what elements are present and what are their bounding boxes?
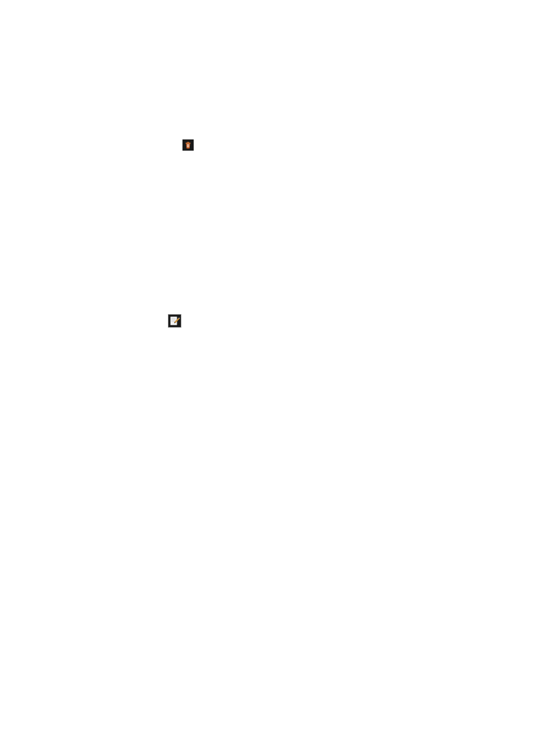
svg-rect-3 (188, 144, 189, 147)
svg-rect-4 (189, 144, 189, 147)
svg-rect-2 (187, 144, 188, 147)
trash-icon-svg (184, 141, 192, 149)
svg-rect-0 (186, 143, 191, 144)
svg-rect-1 (187, 142, 189, 142)
edit-icon[interactable] (168, 314, 181, 328)
edit-icon-svg (169, 315, 180, 326)
trash-icon[interactable] (182, 139, 194, 151)
